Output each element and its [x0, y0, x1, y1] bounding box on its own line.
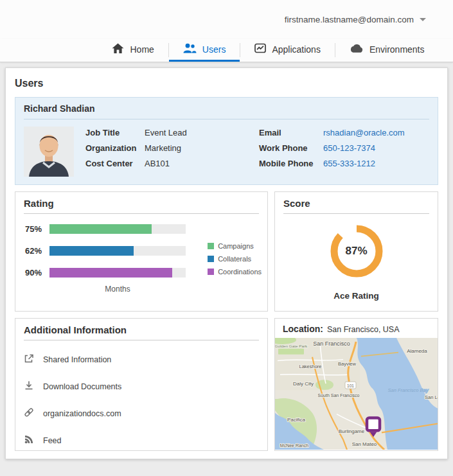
legend-label: Campaigns	[218, 242, 254, 250]
tab-label: Applications	[272, 44, 321, 55]
map-label-bayview: Bayview	[338, 362, 356, 367]
score-percent: 87%	[327, 222, 386, 281]
location-value: San Francisco, USA	[327, 325, 400, 334]
list-item-label: Shared Information	[43, 355, 111, 364]
map-label-alameda: Alameda	[407, 348, 427, 354]
highway-shield-101: 101	[345, 382, 356, 389]
location-header: Location: San Francisco, USA	[275, 319, 438, 338]
location-title: Location:	[283, 324, 323, 334]
profile-fields-right: Email rshadian@oracle.com Work Phone 650…	[259, 127, 405, 168]
field-label: Cost Center	[85, 159, 145, 168]
feed-icon	[24, 434, 34, 446]
list-item-label: Download Documents	[43, 382, 121, 391]
map-label-san-leandro: San Leandro	[425, 394, 438, 400]
legend-swatch	[208, 269, 214, 275]
profile-name: Richard Shadian	[24, 98, 429, 119]
map-label-san-francisco: San Francisco	[313, 340, 350, 347]
field-row: Work Phone 650-123-7374	[259, 143, 405, 153]
tab-applications[interactable]: Applications	[240, 39, 335, 62]
legend-swatch	[208, 256, 214, 262]
map-label-south-san-francisco: South San Francisco	[318, 393, 360, 398]
bar-value-label: 75%	[25, 224, 49, 234]
field-label: Email	[259, 128, 323, 137]
panel-grid: Rating 75% 62% 90% Months	[15, 191, 438, 451]
field-label: Organization	[85, 143, 145, 153]
score-panel: Score 87% Ace Rating	[274, 191, 438, 312]
map-label-golden-gate-park: Golden Gate Park	[275, 344, 308, 348]
field-row: Organization Marketing	[85, 143, 247, 153]
map-label-burlingame: Burlingame	[339, 428, 365, 434]
field-value: AB101	[145, 159, 170, 168]
email-link[interactable]: rshadian@oracle.com	[323, 128, 405, 137]
bar-track	[49, 246, 186, 256]
score-title: Score	[275, 192, 438, 213]
score-caption: Ace Rating	[333, 291, 379, 301]
x-axis-label: Months	[49, 285, 186, 294]
top-bar: firstname.lastname@domain.com	[0, 0, 453, 39]
map-label-daly-city: Daly City	[293, 381, 314, 387]
avatar	[24, 127, 74, 177]
location-panel: Location: San Francisco, USA	[274, 318, 438, 451]
additional-info-list: Shared Information Download Documents or…	[15, 340, 267, 446]
field-row: Job Title Event Lead	[85, 128, 247, 137]
main-area: Users Richard Shadian	[0, 62, 453, 464]
field-row: Cost Center AB101	[85, 159, 247, 168]
additional-info-panel: Additional Information Shared Informatio…	[15, 318, 268, 451]
donut-chart: 87%	[327, 222, 386, 281]
field-label: Job Title	[85, 128, 145, 137]
home-icon	[112, 43, 124, 56]
tab-home[interactable]: Home	[98, 39, 168, 62]
field-label: Mobile Phone	[259, 159, 323, 168]
chart-legend: Campaigns Collaterals Coordinations	[208, 242, 262, 276]
map-label-san-mateo: San Mateo	[352, 441, 377, 447]
bar-campaigns	[49, 224, 152, 234]
share-icon	[24, 353, 34, 366]
bar-value-label: 90%	[25, 268, 49, 278]
feed-link[interactable]: Feed	[24, 434, 259, 446]
shared-information-link[interactable]: Shared Information	[24, 353, 259, 366]
map-label-101: 101	[347, 383, 354, 388]
map-label-mcnee-ranch: McNee Ranch	[280, 443, 308, 448]
bar-collaterals	[49, 246, 134, 256]
bar-coordinations	[49, 268, 172, 278]
bar-track	[49, 224, 186, 234]
field-value: Marketing	[145, 143, 181, 153]
legend-item: Campaigns	[208, 242, 262, 250]
environments-icon	[350, 44, 364, 55]
main-nav: Home Users Applications Environments	[0, 39, 453, 62]
legend-label: Collaterals	[218, 255, 251, 263]
profile-body: Job Title Event Lead Organization Market…	[15, 119, 438, 184]
map-label-pacifica: Pacifica	[287, 417, 306, 423]
legend-item: Collaterals	[208, 255, 262, 263]
account-menu[interactable]: firstname.lastname@domain.com	[285, 15, 426, 24]
tab-label: Home	[130, 44, 154, 55]
map-label-san-francisco-bay: San Francisco Bay	[388, 387, 429, 393]
map[interactable]: 101 Golden Gate Park San Francisco Alame…	[275, 338, 438, 450]
legend-item: Coordinations	[208, 268, 262, 276]
page-title: Users	[15, 78, 438, 89]
organization-docs-link[interactable]: organizationdocs.com	[24, 407, 259, 419]
legend-swatch	[208, 243, 214, 249]
work-phone-link[interactable]: 650-123-7374	[323, 143, 375, 153]
legend-label: Coordinations	[218, 268, 262, 276]
map-label-lakeshore: Lakeshore	[299, 364, 322, 369]
field-value: Event Lead	[145, 128, 187, 137]
field-row: Email rshadian@oracle.com	[259, 128, 405, 137]
profile-panel: Richard Shadian Job Title	[15, 97, 438, 185]
tab-label: Users	[202, 44, 226, 55]
download-icon	[24, 380, 34, 392]
rating-panel: Rating 75% 62% 90% Months	[15, 191, 268, 312]
field-row: Mobile Phone 655-333-1212	[259, 159, 405, 168]
mobile-phone-link[interactable]: 655-333-1212	[323, 159, 375, 168]
list-item-label: organizationdocs.com	[43, 409, 121, 418]
bar-value-label: 62%	[25, 246, 49, 256]
additional-info-title: Additional Information	[15, 319, 267, 340]
tab-environments[interactable]: Environments	[335, 39, 439, 62]
score-gauge: 87% Ace Rating	[275, 214, 438, 301]
download-documents-link[interactable]: Download Documents	[24, 380, 259, 392]
tab-label: Environments	[369, 44, 425, 55]
content-card: Users Richard Shadian	[5, 67, 448, 459]
users-icon	[183, 43, 197, 55]
field-label: Work Phone	[259, 143, 323, 153]
tab-users[interactable]: Users	[169, 39, 240, 62]
